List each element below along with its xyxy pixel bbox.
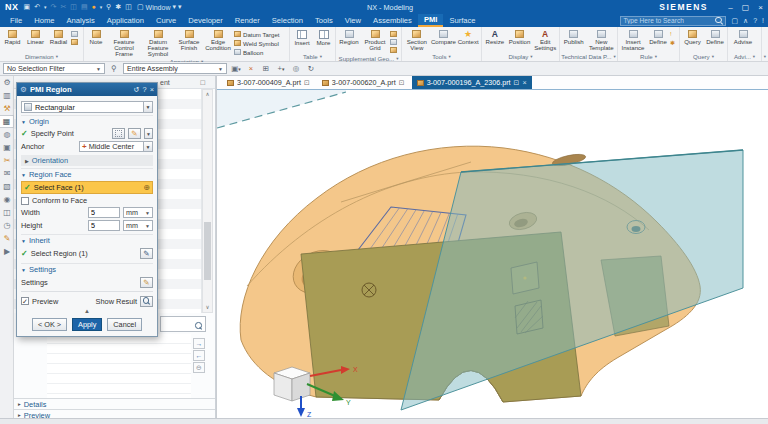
new-template-button[interactable]: New Template [587, 28, 616, 53]
tab-view[interactable]: View [339, 14, 367, 27]
query-define-button[interactable]: Define [704, 28, 726, 53]
origin-section-header[interactable]: ▼Origin [21, 115, 153, 127]
datum-feature-symbol-button[interactable]: Datum Feature Symbol [141, 28, 175, 58]
tab-selection[interactable]: Selection [266, 14, 309, 27]
grid-snap-icon[interactable]: ⊞ [260, 63, 272, 74]
insert-instance-button[interactable]: Insert Instance [619, 28, 647, 53]
group-launcher-icon[interactable]: ▾ [712, 54, 714, 59]
qat-customize-caret-icon[interactable]: ▾ [178, 3, 182, 11]
section-view-button[interactable]: Section View [403, 28, 431, 53]
surface-finish-button[interactable]: Surface Finish [175, 28, 203, 58]
undo-icon[interactable]: ↶ [34, 3, 40, 11]
role-icon[interactable]: ◫ [0, 206, 14, 219]
selection-scope-dropdown[interactable]: Entire Assembly▼ [123, 63, 227, 74]
fullscreen-icon[interactable]: ▢ [731, 17, 738, 25]
group-launcher-icon[interactable]: ▾ [655, 54, 657, 59]
find-previous-icon[interactable]: ← [193, 350, 205, 361]
close-tab-icon[interactable]: × [522, 78, 526, 87]
selection-filter-dropdown[interactable]: No Selection Filter▼ [3, 63, 105, 74]
show-result-button[interactable] [140, 296, 153, 307]
command-caret-icon[interactable]: ▾ [100, 3, 103, 11]
tab-render[interactable]: Render [229, 14, 266, 27]
cancel-button[interactable]: Cancel [107, 318, 142, 331]
paste-icon[interactable]: ▤ [81, 3, 88, 11]
ok-button[interactable]: < OK > [32, 318, 67, 331]
window-menu[interactable]: ▢ Window ▾ ▾ [137, 3, 182, 11]
navigator-result-list[interactable] [47, 334, 191, 398]
tab-developer[interactable]: Developer [182, 14, 229, 27]
crosshair-icon[interactable]: ⊕ [143, 183, 150, 192]
touch-mode-sidebar-icon[interactable]: ▶ [0, 245, 14, 258]
dialog-help-icon[interactable]: ? [143, 85, 147, 94]
width-input[interactable] [88, 207, 120, 218]
document-tab-active[interactable]: 3-007-000196_A_2306.prt⊡× [412, 76, 532, 89]
command-icon[interactable]: ● [92, 3, 96, 11]
zoom-out-icon[interactable]: ⊖ [193, 362, 205, 373]
restore-button[interactable]: ▢ [742, 3, 750, 12]
microphone-icon[interactable]: ⚲ [106, 3, 111, 11]
anchor-dropdown[interactable]: + Middle Center ▼ [79, 141, 153, 152]
hd3d-tools-icon[interactable]: ▣ [0, 141, 14, 154]
query-button[interactable]: Query [681, 28, 704, 53]
supplemental-extra-icon[interactable] [390, 47, 397, 53]
plus-select-icon[interactable]: +▾ [275, 63, 287, 74]
group-launcher-icon[interactable]: ▾ [530, 54, 532, 59]
rapid-dimension-button[interactable]: Rapid [1, 28, 24, 53]
rotate-view-icon[interactable]: ↻ [305, 63, 317, 74]
datum-target-button[interactable]: Datum Target [234, 31, 279, 38]
manufacturing-wizard-icon[interactable]: ◉ [0, 193, 14, 206]
hand-cursor-icon[interactable]: ▣▾ [230, 63, 242, 74]
x-deselect-icon[interactable]: × [245, 63, 257, 74]
navigator-scrollbar[interactable]: ∧ ∨ [202, 89, 213, 313]
minimize-ribbon-icon[interactable]: ∧ [743, 17, 748, 25]
filter-options-icon[interactable]: ⚲ [108, 63, 120, 74]
position-button[interactable]: Position [507, 28, 533, 53]
tab-pmi[interactable]: PMI [418, 14, 444, 27]
settings-section-header[interactable]: ▼Settings [21, 263, 153, 275]
navigator-details-section[interactable]: ▸Details [14, 398, 215, 409]
advise-button[interactable]: Advise [729, 28, 757, 53]
dialog-close-icon[interactable]: × [150, 85, 154, 94]
edit-settings-button[interactable]: ✎ [140, 277, 153, 288]
dialog-reset-icon[interactable]: ↺ [133, 85, 139, 94]
note-button[interactable]: Note [85, 28, 107, 58]
float-panel-icon[interactable]: □ [200, 78, 205, 87]
preview-checkbox[interactable]: ✓ [21, 297, 29, 305]
close-button[interactable]: × [758, 3, 763, 12]
tab-home[interactable]: Home [28, 14, 60, 27]
conform-checkbox[interactable] [21, 197, 29, 205]
region-type-dropdown[interactable]: Rectangular ▼ [21, 101, 153, 113]
dialog-title-bar[interactable]: ⚙ PMI Region ↺ ? × [17, 83, 157, 96]
search-input[interactable] [623, 17, 713, 24]
compare-button[interactable]: Compare [431, 28, 457, 53]
publish-button[interactable]: Publish [561, 28, 587, 53]
minimize-button[interactable]: – [728, 3, 732, 12]
dimension-extra-icon[interactable] [71, 39, 78, 45]
ribbon-options-caret-icon[interactable]: ▾ [764, 54, 766, 59]
pin-icon[interactable]: ⊡ [399, 79, 405, 87]
pin-icon[interactable]: ⊡ [304, 79, 310, 87]
copy-icon[interactable]: ◫ [70, 3, 77, 11]
help-icon[interactable]: ? [753, 17, 757, 24]
window-switch-icon[interactable]: ◫ [125, 3, 132, 11]
search-icon[interactable] [195, 322, 203, 330]
save-icon[interactable]: ▣ [24, 3, 31, 11]
rule-extra-icon[interactable]: ✱ [670, 39, 675, 46]
part-navigator-icon[interactable]: ▦ [0, 115, 14, 128]
radial-dimension-button[interactable]: Radial [47, 28, 70, 53]
apply-button[interactable]: Apply [72, 318, 102, 331]
group-launcher-icon[interactable]: ▾ [56, 54, 58, 59]
navigator-search-box[interactable] [160, 316, 206, 332]
supplemental-extra-icon[interactable] [390, 39, 397, 45]
width-unit-dropdown[interactable]: mm▼ [123, 207, 153, 218]
notes-icon[interactable]: ✎ [0, 232, 14, 245]
find-next-icon[interactable]: → [193, 338, 205, 349]
tab-surface[interactable]: Surface [443, 14, 481, 27]
cut-icon[interactable]: ✂ [60, 3, 66, 11]
graphics-window[interactable]: X Y Z [217, 90, 768, 418]
select-region-picker-button[interactable]: ✎ [140, 248, 153, 259]
height-input[interactable] [88, 220, 120, 231]
redo-icon[interactable]: ↷ [51, 3, 57, 11]
orientation-section-header[interactable]: ▶Orientation [21, 155, 153, 166]
tab-tools[interactable]: Tools [309, 14, 339, 27]
